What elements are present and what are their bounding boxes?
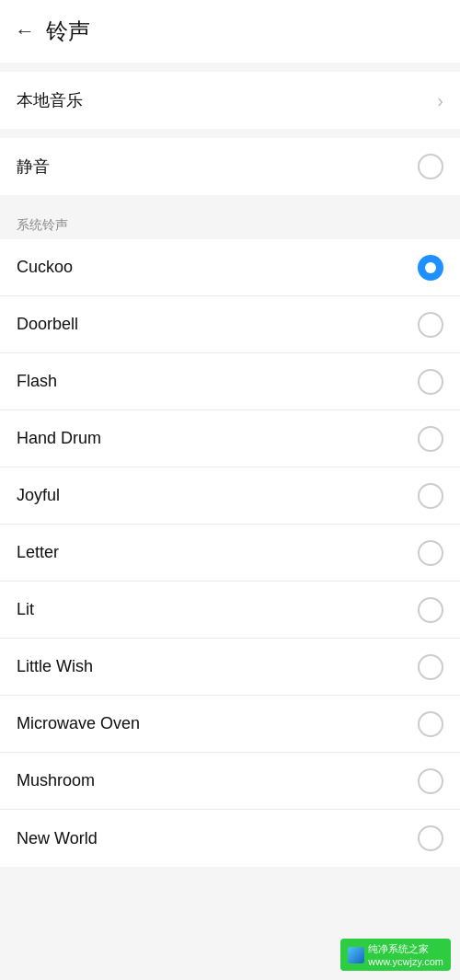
local-music-label: 本地音乐 — [17, 89, 83, 111]
ringtone-label: Letter — [17, 543, 59, 562]
local-music-item[interactable]: 本地音乐 › — [0, 72, 460, 129]
ringtone-label: Little Wish — [17, 657, 93, 676]
ringtone-item[interactable]: Lit — [0, 582, 460, 639]
header: ← 铃声 — [0, 0, 460, 63]
watermark-icon — [348, 947, 364, 963]
ringtone-radio[interactable] — [418, 768, 443, 794]
ringtone-list: CuckooDoorbellFlashHand DrumJoyfulLetter… — [0, 239, 460, 867]
ringtone-item[interactable]: Mushroom — [0, 753, 460, 810]
watermark-text: 纯净系统之家www.ycwjzy.com — [368, 942, 443, 967]
ringtone-radio[interactable] — [418, 255, 443, 281]
ringtone-label: Hand Drum — [17, 429, 101, 448]
ringtone-radio[interactable] — [418, 597, 443, 623]
ringtone-radio[interactable] — [418, 483, 443, 509]
ringtone-item[interactable]: Joyful — [0, 467, 460, 525]
ringtone-item[interactable]: Hand Drum — [0, 410, 460, 467]
ringtone-item[interactable]: Letter — [0, 525, 460, 582]
ringtone-radio[interactable] — [418, 426, 443, 452]
ringtone-radio[interactable] — [418, 711, 443, 737]
ringtone-item[interactable]: Flash — [0, 353, 460, 410]
ringtone-item[interactable]: Doorbell — [0, 296, 460, 353]
ringtone-label: Microwave Oven — [17, 714, 140, 733]
ringtone-radio[interactable] — [418, 825, 443, 851]
ringtone-label: Flash — [17, 372, 57, 391]
silent-item[interactable]: 静音 — [0, 138, 460, 195]
ringtone-radio[interactable] — [418, 369, 443, 395]
page-title: 铃声 — [46, 17, 90, 46]
ringtone-item[interactable]: Microwave Oven — [0, 696, 460, 753]
watermark: 纯净系统之家www.ycwjzy.com — [340, 939, 451, 971]
silent-label: 静音 — [17, 156, 50, 178]
section-label: 系统铃声 — [0, 204, 460, 239]
ringtone-item[interactable]: New World — [0, 810, 460, 867]
ringtone-label: Cuckoo — [17, 258, 73, 277]
ringtone-item[interactable]: Little Wish — [0, 639, 460, 696]
ringtone-label: New World — [17, 829, 98, 848]
silent-radio[interactable] — [418, 154, 443, 179]
back-button[interactable]: ← — [15, 19, 35, 43]
ringtone-radio[interactable] — [418, 654, 443, 680]
ringtone-label: Mushroom — [17, 771, 95, 790]
ringtone-item[interactable]: Cuckoo — [0, 239, 460, 296]
ringtone-radio[interactable] — [418, 540, 443, 566]
ringtone-label: Doorbell — [17, 315, 78, 334]
ringtone-label: Lit — [17, 600, 34, 619]
chevron-right-icon: › — [437, 90, 443, 111]
ringtone-radio[interactable] — [418, 312, 443, 338]
ringtone-label: Joyful — [17, 486, 60, 505]
